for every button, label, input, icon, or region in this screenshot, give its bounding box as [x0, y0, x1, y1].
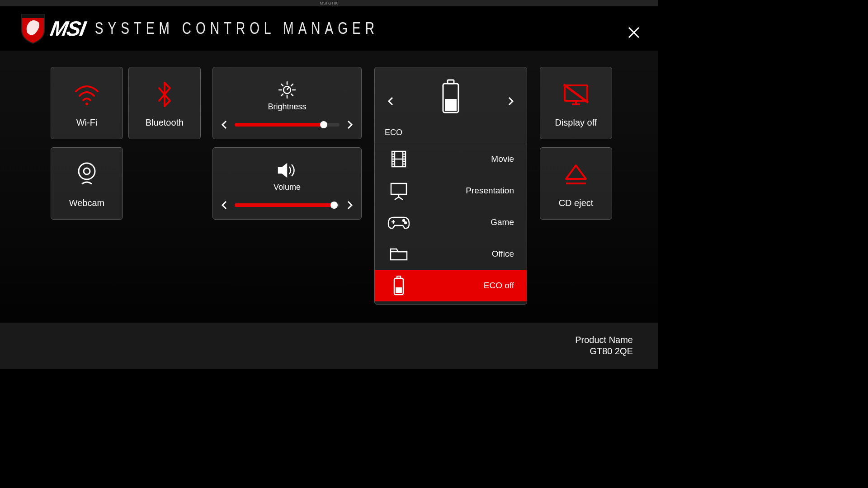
webcam-tile[interactable]: Webcam [51, 147, 123, 220]
bluetooth-label: Bluetooth [146, 117, 184, 128]
svg-rect-29 [391, 183, 406, 194]
eco-item-label: ECO off [410, 281, 514, 291]
brightness-slider[interactable] [235, 123, 340, 127]
svg-line-13 [281, 94, 283, 96]
svg-line-32 [399, 197, 403, 200]
wifi-label: Wi-Fi [76, 117, 98, 128]
product-name-value: GT80 2QE [575, 346, 633, 357]
eco-item-movie[interactable]: Movie [375, 143, 527, 175]
underlying-window-title: MSI GT80 [320, 0, 338, 6]
presentation-icon [387, 182, 410, 200]
brightness-tile: Brightness [212, 67, 362, 139]
brightness-decrease-button[interactable] [217, 118, 231, 131]
film-icon [387, 150, 410, 168]
svg-point-3 [79, 163, 95, 179]
footer-bar: Product Name GT80 2QE [0, 323, 658, 369]
volume-increase-button[interactable] [343, 198, 357, 212]
volume-icon [277, 161, 297, 180]
product-name-label: Product Name [575, 335, 633, 345]
gamepad-icon [387, 215, 410, 230]
main-panel: Wi-Fi Bluetooth Webcam Brightness [0, 67, 658, 323]
svg-point-35 [403, 220, 405, 221]
close-button[interactable] [625, 23, 643, 42]
svg-line-11 [291, 94, 293, 96]
battery-icon [440, 79, 461, 116]
volume-decrease-button[interactable] [217, 198, 231, 212]
display-off-tile[interactable]: Display off [540, 67, 612, 139]
webcam-label: Webcam [69, 198, 105, 208]
eco-header: ECO [375, 67, 527, 143]
volume-thumb[interactable] [330, 202, 338, 209]
app-title: SYSTEM CONTROL MANAGER [95, 19, 379, 38]
battery-small-icon [387, 276, 410, 296]
wifi-icon [73, 79, 100, 110]
bluetooth-tile[interactable]: Bluetooth [128, 67, 201, 139]
folder-icon [387, 246, 410, 262]
eco-item-office[interactable]: Office [375, 238, 527, 270]
volume-label: Volume [274, 183, 301, 192]
svg-point-4 [84, 168, 90, 174]
eco-item-label: Office [410, 249, 514, 259]
eco-header-label: ECO [385, 128, 517, 137]
wifi-tile[interactable]: Wi-Fi [51, 67, 123, 139]
volume-slider[interactable] [235, 203, 340, 207]
eject-icon [563, 159, 589, 191]
bluetooth-icon [156, 79, 174, 110]
svg-rect-16 [445, 99, 457, 111]
svg-point-36 [405, 222, 406, 224]
eco-item-label: Game [410, 217, 514, 227]
volume-tile: Volume [212, 147, 362, 220]
webcam-icon [75, 159, 98, 191]
svg-line-10 [281, 84, 283, 86]
eco-item-label: Movie [410, 154, 514, 164]
svg-rect-39 [396, 287, 402, 293]
svg-line-12 [291, 84, 293, 86]
brightness-thumb[interactable] [320, 121, 327, 128]
svg-rect-15 [448, 80, 454, 84]
brightness-increase-button[interactable] [343, 118, 357, 131]
app-header: MSI SYSTEM CONTROL MANAGER [0, 6, 658, 51]
cd-eject-label: CD eject [559, 198, 594, 208]
msi-wordmark: MSI [48, 16, 87, 41]
svg-point-2 [85, 103, 88, 105]
eco-item-eco-off[interactable]: ECO off [375, 270, 527, 301]
svg-rect-38 [397, 276, 401, 278]
brightness-label: Brightness [268, 102, 306, 112]
eco-item-game[interactable]: Game [375, 206, 527, 238]
svg-line-31 [395, 197, 399, 200]
eco-panel: ECO Movie Presentation [374, 67, 527, 305]
cd-eject-tile[interactable]: CD eject [540, 147, 612, 220]
eco-next-button[interactable] [504, 94, 518, 108]
msi-shield-logo [20, 13, 46, 44]
brightness-icon [278, 80, 296, 99]
display-off-label: Display off [555, 117, 597, 128]
display-off-icon [562, 79, 590, 110]
underlying-window-bar: MSI GT80 [0, 0, 658, 6]
eco-item-presentation[interactable]: Presentation [375, 175, 527, 206]
eco-item-label: Presentation [410, 186, 514, 196]
close-icon [627, 26, 641, 39]
eco-prev-button[interactable] [384, 94, 397, 108]
